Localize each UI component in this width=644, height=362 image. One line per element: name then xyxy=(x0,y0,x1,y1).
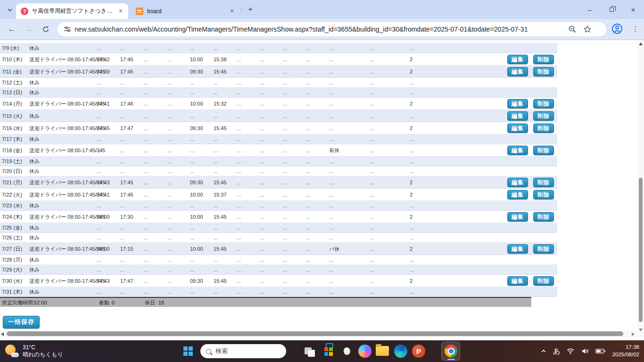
forward-button[interactable]: → xyxy=(23,23,35,35)
bookmark-star-icon[interactable] xyxy=(583,25,592,34)
battery-icon[interactable] xyxy=(595,347,606,355)
tab-close-icon[interactable]: × xyxy=(117,8,124,15)
value-cell: ... xyxy=(306,90,310,95)
value-cell: 17:46 xyxy=(120,101,133,107)
back-button[interactable]: ← xyxy=(6,23,18,35)
value-cell: ... xyxy=(329,289,333,295)
edit-button[interactable]: 編集 xyxy=(507,99,528,108)
edit-button[interactable]: 編集 xyxy=(507,67,528,76)
value-cell: ... xyxy=(120,168,124,174)
value-cell: ... xyxy=(260,225,264,230)
vertical-scrollbar[interactable] xyxy=(637,40,644,337)
value-cell: ... xyxy=(306,57,310,62)
value-cell: ... xyxy=(144,136,148,142)
value-cell: ... xyxy=(144,69,148,74)
taskbar-search[interactable]: 検索 xyxy=(200,344,286,358)
tab-satsukichan[interactable]: ? サ高住専用経営ソフトさつきちゃん × xyxy=(16,3,128,19)
edit-button[interactable]: 編集 xyxy=(507,244,528,254)
url-text[interactable]: new.satsukichan.com/web/Accounting/TimeM… xyxy=(74,22,528,36)
delete-button[interactable]: 削除 xyxy=(533,190,554,199)
edit-button[interactable]: 編集 xyxy=(507,146,528,155)
value-cell: ... xyxy=(283,80,287,85)
horizontal-scroll-thumb[interactable] xyxy=(7,331,623,336)
close-button[interactable]: × xyxy=(622,0,644,19)
value-cell: 17:45 xyxy=(120,69,133,74)
taskbar-clock[interactable]: 17:38 2025/08/02 xyxy=(612,344,641,358)
start-button[interactable] xyxy=(183,346,193,356)
zoom-out-icon[interactable] xyxy=(568,25,577,34)
edit-button[interactable]: 編集 xyxy=(507,55,528,64)
value-cell: ... xyxy=(167,125,172,131)
scroll-down-arrow-icon[interactable] xyxy=(639,329,643,331)
browser-menu-icon[interactable]: ⋮ xyxy=(631,24,640,35)
edit-button[interactable]: 編集 xyxy=(507,178,528,187)
value-cell: ... xyxy=(167,69,172,74)
edit-button[interactable]: 編集 xyxy=(507,123,528,133)
edit-button[interactable]: 編集 xyxy=(507,212,528,222)
value-cell: ... xyxy=(97,158,101,164)
edit-button[interactable]: 編集 xyxy=(507,111,528,121)
ime-indicator[interactable]: あ xyxy=(553,347,560,356)
tab-title: board xyxy=(147,8,225,15)
delete-button[interactable]: 削除 xyxy=(533,178,554,187)
value-cell: ... xyxy=(283,90,287,95)
date-cell: 7/22 (火) xyxy=(2,191,22,198)
delete-button[interactable]: 削除 xyxy=(533,67,554,76)
hidden-icons-chevron-icon[interactable] xyxy=(540,348,547,354)
value-cell: ... xyxy=(144,225,148,230)
value-cell: ... xyxy=(144,80,148,85)
powerpoint-icon[interactable]: P xyxy=(412,345,425,358)
value-cell: 17:45 xyxy=(120,57,133,62)
value-cell: ... xyxy=(306,69,310,74)
bulk-save-button[interactable]: 一括保存 xyxy=(3,316,40,329)
value-cell: ... xyxy=(237,168,241,174)
delete-button[interactable]: 削除 xyxy=(533,99,554,108)
url-bar[interactable]: new.satsukichan.com/web/Accounting/TimeM… xyxy=(58,22,606,36)
delete-button[interactable]: 削除 xyxy=(533,146,554,155)
vertical-scroll-thumb[interactable] xyxy=(639,178,643,322)
delete-button[interactable]: 削除 xyxy=(533,111,554,121)
tab-search-chevron-icon[interactable] xyxy=(5,5,15,15)
delete-button[interactable]: 削除 xyxy=(533,212,554,222)
value-cell: ... xyxy=(97,90,101,95)
value-cell: ... xyxy=(167,214,172,220)
new-tab-button[interactable]: + xyxy=(246,5,255,14)
value-cell: ... xyxy=(370,267,374,272)
site-settings-icon[interactable] xyxy=(63,25,72,34)
chrome-icon[interactable] xyxy=(441,342,460,361)
value-cell: ... xyxy=(260,113,264,119)
value-cell: ... xyxy=(283,278,287,284)
tab-board[interactable]: board × xyxy=(131,3,239,19)
value-cell: ... xyxy=(306,267,310,272)
restore-button[interactable] xyxy=(601,0,622,19)
task-view-icon[interactable] xyxy=(304,345,317,358)
file-explorer-icon[interactable] xyxy=(376,345,389,358)
volume-icon[interactable] xyxy=(581,347,589,355)
value-cell: ... xyxy=(410,168,414,174)
profile-avatar-icon[interactable] xyxy=(611,23,623,34)
edit-button[interactable]: 編集 xyxy=(507,276,528,286)
delete-button[interactable]: 削除 xyxy=(533,55,554,64)
value-cell: 10:00 xyxy=(190,246,203,252)
tab-close-icon[interactable]: × xyxy=(228,8,236,15)
delete-button[interactable]: 削除 xyxy=(533,276,554,286)
minimize-button[interactable]: – xyxy=(579,0,601,19)
weather-widget[interactable]: 31°C 晴れのちくもり xyxy=(5,342,63,360)
copilot-icon[interactable] xyxy=(358,345,372,358)
wifi-icon[interactable] xyxy=(566,347,575,355)
scroll-left-arrow-icon[interactable] xyxy=(1,332,4,336)
value-cell: ... xyxy=(167,278,172,284)
value-cell: ... xyxy=(329,225,333,230)
delete-button[interactable]: 削除 xyxy=(533,244,554,254)
value-cell: 2 xyxy=(410,57,413,62)
edge-icon[interactable] xyxy=(394,345,407,358)
scroll-up-arrow-icon[interactable] xyxy=(639,42,643,45)
reload-button[interactable] xyxy=(40,23,52,35)
value-cell: 07:41 xyxy=(97,192,110,197)
horizontal-scrollbar[interactable] xyxy=(0,330,637,337)
value-cell: ... xyxy=(260,203,264,208)
edit-button[interactable]: 編集 xyxy=(507,190,528,199)
scroll-right-arrow-icon[interactable] xyxy=(632,332,635,336)
delete-button[interactable]: 削除 xyxy=(533,123,554,133)
value-cell: 09:30 xyxy=(190,278,203,284)
